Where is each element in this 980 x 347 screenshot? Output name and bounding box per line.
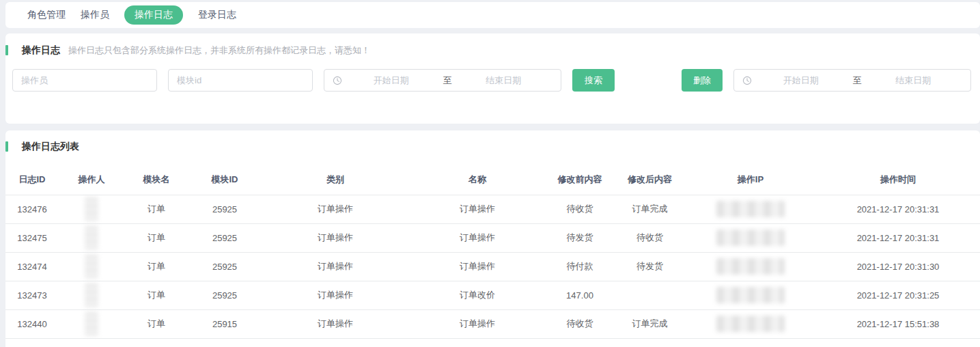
redacted-ip <box>716 230 785 246</box>
cell-name: 订单改价 <box>410 281 545 309</box>
cell-before-content: 待付款 <box>545 252 615 281</box>
cell-category: 订单操作 <box>261 309 410 338</box>
col-operation-ip: 操作IP <box>685 165 816 195</box>
table-row: 132475 订单 25925 订单操作 订单操作 待发货 待收货 2021-1… <box>5 223 980 252</box>
redacted-ip <box>716 258 785 275</box>
cell-log-id: 132475 <box>5 223 59 252</box>
clock-icon <box>333 76 342 85</box>
col-module-name: 模块名 <box>124 165 188 195</box>
start-date-placeholder: 开始日期 <box>752 74 850 87</box>
redacted-ip <box>716 287 785 303</box>
cell-name: 订单操作 <box>410 223 545 252</box>
cell-category: 订单操作 <box>261 281 410 309</box>
cell-log-id: 132476 <box>5 195 59 223</box>
table-row: 132473 订单 25925 订单操作 订单改价 147.00 2021-12… <box>5 281 980 309</box>
cell-before-content: 147.00 <box>545 281 615 309</box>
delete-button[interactable]: 删除 <box>682 69 723 92</box>
table-row: 132476 订单 25925 订单操作 订单操作 待收货 订单完成 2021-… <box>5 195 980 223</box>
delete-date-range-picker[interactable]: 开始日期 至 结束日期 <box>733 69 971 92</box>
search-form-row: 开始日期 至 结束日期 搜索 删除 开始日期 至 结束日期 <box>5 69 980 92</box>
cell-name: 订单操作 <box>410 252 545 281</box>
cell-after-content: 订单完成 <box>615 309 685 338</box>
cell-log-id: 132440 <box>5 309 59 338</box>
cell-operator <box>59 309 124 338</box>
cell-after-content: 订单完成 <box>615 195 685 223</box>
cell-operation-ip <box>685 252 816 281</box>
cell-name: 订单操作 <box>410 195 545 223</box>
table-row: 132440 订单 25915 订单操作 订单操作 待收货 订单完成 2021-… <box>5 309 980 338</box>
cell-log-id: 132473 <box>5 281 59 309</box>
cell-operation-time: 2021-12-17 15:51:38 <box>816 309 980 338</box>
cell-operation-ip <box>685 223 816 252</box>
section-hint: 操作日志只包含部分系统操作日志，并非系统所有操作都记录日志，请悉知！ <box>68 44 370 57</box>
cell-module-name: 订单 <box>124 252 188 281</box>
col-log-id: 日志ID <box>5 165 59 195</box>
tab-bar: 角色管理 操作员 操作日志 登录日志 <box>5 2 980 28</box>
end-date-placeholder: 结束日期 <box>865 74 963 87</box>
cell-operation-ip <box>685 195 816 223</box>
redacted-ip <box>716 201 785 217</box>
cell-operator <box>59 252 124 281</box>
redacted-operator <box>85 226 98 249</box>
list-section-header: 操作日志列表 <box>5 140 980 154</box>
clock-icon <box>742 76 752 85</box>
cell-module-name: 订单 <box>124 195 188 223</box>
tab-login-log[interactable]: 登录日志 <box>198 5 236 25</box>
col-operator: 操作人 <box>59 165 124 195</box>
cell-category: 订单操作 <box>261 223 410 252</box>
cell-operation-time: 2021-12-17 20:31:25 <box>816 281 980 309</box>
cell-before-content: 待收货 <box>545 195 615 223</box>
cell-after-content: 待收货 <box>615 223 685 252</box>
tab-role-management[interactable]: 角色管理 <box>27 5 66 25</box>
search-panel: 操作日志 操作日志只包含部分系统操作日志，并非系统所有操作都记录日志，请悉知！ … <box>5 33 980 124</box>
list-title: 操作日志列表 <box>22 141 79 153</box>
col-after-content: 修改后内容 <box>615 165 685 195</box>
cell-module-id: 25925 <box>188 281 261 309</box>
redacted-operator <box>85 197 98 221</box>
search-date-range-picker[interactable]: 开始日期 至 结束日期 <box>324 69 561 92</box>
date-range-separator: 至 <box>850 74 865 87</box>
cell-after-content <box>615 281 685 309</box>
operator-input[interactable] <box>12 69 157 92</box>
cell-category: 订单操作 <box>261 195 410 223</box>
start-date-placeholder: 开始日期 <box>342 74 440 87</box>
col-operation-time: 操作时间 <box>816 165 980 195</box>
log-list-panel: 操作日志列表 日志ID 操作人 模块名 模块ID 类别 名称 修改前内容 修改后… <box>5 130 980 347</box>
cell-operation-time: 2021-12-17 20:31:31 <box>816 195 980 223</box>
col-name: 名称 <box>410 165 545 195</box>
cell-before-content: 待发货 <box>545 223 615 252</box>
cell-module-id: 25925 <box>188 252 261 281</box>
redacted-operator <box>85 312 98 335</box>
col-category: 类别 <box>261 165 410 195</box>
tab-operation-log[interactable]: 操作日志 <box>124 5 183 25</box>
cell-operator <box>59 195 124 223</box>
cell-name: 订单操作 <box>410 309 545 338</box>
search-button[interactable]: 搜索 <box>572 69 615 92</box>
cell-operation-ip <box>685 309 816 338</box>
table-row: 132474 订单 25925 订单操作 订单操作 待付款 待发货 2021-1… <box>5 252 980 281</box>
cell-module-id: 25915 <box>188 309 261 338</box>
col-before-content: 修改前内容 <box>545 165 615 195</box>
page: 角色管理 操作员 操作日志 登录日志 操作日志 操作日志只包含部分系统操作日志，… <box>0 0 980 347</box>
section-title: 操作日志 <box>22 44 60 57</box>
redacted-operator <box>85 255 98 278</box>
table-header-row: 日志ID 操作人 模块名 模块ID 类别 名称 修改前内容 修改后内容 操作IP… <box>5 165 980 195</box>
cell-module-id: 25925 <box>188 223 261 252</box>
cell-operator <box>59 281 124 309</box>
cell-before-content: 待收货 <box>545 309 615 338</box>
end-date-placeholder: 结束日期 <box>455 74 553 87</box>
cell-after-content: 待发货 <box>615 252 685 281</box>
cell-module-name: 订单 <box>124 281 188 309</box>
date-range-separator: 至 <box>440 74 455 87</box>
redacted-ip <box>716 316 785 332</box>
cell-category: 订单操作 <box>261 252 410 281</box>
cell-operation-time: 2021-12-17 20:31:31 <box>816 223 980 252</box>
cell-module-id: 25925 <box>188 195 261 223</box>
col-module-id: 模块ID <box>188 165 261 195</box>
cell-log-id: 132474 <box>5 252 59 281</box>
redacted-operator <box>85 283 98 307</box>
operation-log-table: 日志ID 操作人 模块名 模块ID 类别 名称 修改前内容 修改后内容 操作IP… <box>5 165 980 339</box>
cell-operation-ip <box>685 281 816 309</box>
tab-operator[interactable]: 操作员 <box>81 5 109 25</box>
module-id-input[interactable] <box>168 69 313 92</box>
